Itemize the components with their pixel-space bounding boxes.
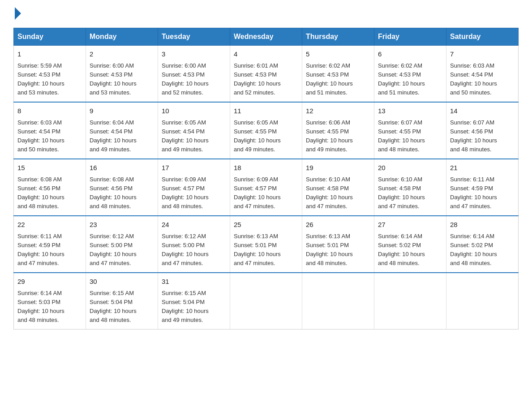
day-info: Sunrise: 6:08 AMSunset: 4:56 PMDaylight:… bbox=[17, 176, 64, 210]
day-number: 13 bbox=[378, 106, 442, 116]
day-info: Sunrise: 6:13 AMSunset: 5:01 PMDaylight:… bbox=[234, 233, 281, 266]
column-header-thursday: Thursday bbox=[302, 28, 374, 46]
day-number: 1 bbox=[17, 49, 82, 60]
day-number: 2 bbox=[90, 49, 154, 60]
day-info: Sunrise: 6:14 AMSunset: 5:02 PMDaylight:… bbox=[450, 233, 497, 266]
calendar-cell: 22Sunrise: 6:11 AMSunset: 4:59 PMDayligh… bbox=[14, 216, 86, 273]
day-number: 11 bbox=[234, 106, 298, 116]
calendar-cell bbox=[446, 273, 519, 330]
day-info: Sunrise: 5:59 AMSunset: 4:53 PMDaylight:… bbox=[17, 62, 64, 96]
day-number: 10 bbox=[162, 106, 226, 116]
column-header-tuesday: Tuesday bbox=[158, 28, 230, 46]
day-info: Sunrise: 6:03 AMSunset: 4:54 PMDaylight:… bbox=[450, 62, 497, 96]
day-number: 17 bbox=[162, 163, 226, 173]
day-info: Sunrise: 6:02 AMSunset: 4:53 PMDaylight:… bbox=[378, 62, 425, 96]
calendar-week-row: 29Sunrise: 6:14 AMSunset: 5:03 PMDayligh… bbox=[14, 273, 519, 330]
calendar-cell: 30Sunrise: 6:15 AMSunset: 5:04 PMDayligh… bbox=[86, 273, 158, 330]
day-number: 7 bbox=[450, 49, 515, 60]
day-number: 4 bbox=[234, 49, 298, 60]
day-info: Sunrise: 6:09 AMSunset: 4:57 PMDaylight:… bbox=[162, 176, 209, 210]
day-info: Sunrise: 6:00 AMSunset: 4:53 PMDaylight:… bbox=[162, 62, 209, 96]
calendar-cell: 27Sunrise: 6:14 AMSunset: 5:02 PMDayligh… bbox=[374, 216, 446, 273]
day-info: Sunrise: 6:14 AMSunset: 5:03 PMDaylight:… bbox=[17, 290, 64, 323]
day-number: 14 bbox=[450, 106, 515, 116]
calendar-cell: 16Sunrise: 6:08 AMSunset: 4:56 PMDayligh… bbox=[86, 159, 158, 216]
calendar-cell: 4Sunrise: 6:01 AMSunset: 4:53 PMDaylight… bbox=[230, 46, 302, 103]
day-info: Sunrise: 6:10 AMSunset: 4:58 PMDaylight:… bbox=[306, 176, 353, 210]
calendar-cell bbox=[302, 273, 374, 330]
day-info: Sunrise: 6:06 AMSunset: 4:55 PMDaylight:… bbox=[306, 119, 353, 153]
day-number: 6 bbox=[378, 49, 442, 60]
calendar-header-row: SundayMondayTuesdayWednesdayThursdayFrid… bbox=[14, 28, 519, 46]
day-info: Sunrise: 6:05 AMSunset: 4:54 PMDaylight:… bbox=[162, 119, 209, 153]
calendar-cell bbox=[374, 273, 446, 330]
day-number: 3 bbox=[162, 49, 226, 60]
calendar-cell: 3Sunrise: 6:00 AMSunset: 4:53 PMDaylight… bbox=[158, 46, 230, 103]
day-info: Sunrise: 6:11 AMSunset: 4:59 PMDaylight:… bbox=[450, 176, 497, 210]
day-info: Sunrise: 6:07 AMSunset: 4:56 PMDaylight:… bbox=[450, 119, 497, 153]
calendar-cell bbox=[230, 273, 302, 330]
calendar-cell: 5Sunrise: 6:02 AMSunset: 4:53 PMDaylight… bbox=[302, 46, 374, 103]
day-number: 22 bbox=[17, 220, 82, 230]
calendar-cell: 28Sunrise: 6:14 AMSunset: 5:02 PMDayligh… bbox=[446, 216, 519, 273]
day-info: Sunrise: 6:04 AMSunset: 4:54 PMDaylight:… bbox=[90, 119, 137, 153]
calendar-cell: 9Sunrise: 6:04 AMSunset: 4:54 PMDaylight… bbox=[86, 102, 158, 159]
day-info: Sunrise: 6:01 AMSunset: 4:53 PMDaylight:… bbox=[234, 62, 281, 96]
calendar-week-row: 8Sunrise: 6:03 AMSunset: 4:54 PMDaylight… bbox=[14, 102, 519, 159]
calendar-cell: 23Sunrise: 6:12 AMSunset: 5:00 PMDayligh… bbox=[86, 216, 158, 273]
day-info: Sunrise: 6:11 AMSunset: 4:59 PMDaylight:… bbox=[17, 233, 64, 266]
day-info: Sunrise: 6:12 AMSunset: 5:00 PMDaylight:… bbox=[90, 233, 137, 266]
calendar-cell: 29Sunrise: 6:14 AMSunset: 5:03 PMDayligh… bbox=[14, 273, 86, 330]
day-number: 12 bbox=[306, 106, 370, 116]
day-info: Sunrise: 6:05 AMSunset: 4:55 PMDaylight:… bbox=[234, 119, 281, 153]
calendar-cell: 21Sunrise: 6:11 AMSunset: 4:59 PMDayligh… bbox=[446, 159, 519, 216]
day-number: 24 bbox=[162, 220, 226, 230]
day-number: 21 bbox=[450, 163, 515, 173]
day-number: 30 bbox=[90, 277, 154, 287]
calendar-table: SundayMondayTuesdayWednesdayThursdayFrid… bbox=[13, 28, 519, 330]
calendar-cell: 26Sunrise: 6:13 AMSunset: 5:01 PMDayligh… bbox=[302, 216, 374, 273]
column-header-saturday: Saturday bbox=[446, 28, 519, 46]
day-number: 29 bbox=[17, 277, 82, 287]
day-info: Sunrise: 6:14 AMSunset: 5:02 PMDaylight:… bbox=[378, 233, 425, 266]
logo-triangle-icon bbox=[15, 7, 21, 20]
day-number: 25 bbox=[234, 220, 298, 230]
column-header-wednesday: Wednesday bbox=[230, 28, 302, 46]
day-info: Sunrise: 6:07 AMSunset: 4:55 PMDaylight:… bbox=[378, 119, 425, 153]
day-number: 18 bbox=[234, 163, 298, 173]
calendar-cell: 2Sunrise: 6:00 AMSunset: 4:53 PMDaylight… bbox=[86, 46, 158, 103]
column-header-monday: Monday bbox=[86, 28, 158, 46]
day-info: Sunrise: 6:00 AMSunset: 4:53 PMDaylight:… bbox=[90, 62, 137, 96]
day-number: 26 bbox=[306, 220, 370, 230]
calendar-week-row: 22Sunrise: 6:11 AMSunset: 4:59 PMDayligh… bbox=[14, 216, 519, 273]
calendar-cell: 10Sunrise: 6:05 AMSunset: 4:54 PMDayligh… bbox=[158, 102, 230, 159]
page-header bbox=[13, 9, 519, 20]
calendar-cell: 24Sunrise: 6:12 AMSunset: 5:00 PMDayligh… bbox=[158, 216, 230, 273]
calendar-cell: 20Sunrise: 6:10 AMSunset: 4:58 PMDayligh… bbox=[374, 159, 446, 216]
calendar-cell: 18Sunrise: 6:09 AMSunset: 4:57 PMDayligh… bbox=[230, 159, 302, 216]
calendar-cell: 8Sunrise: 6:03 AMSunset: 4:54 PMDaylight… bbox=[14, 102, 86, 159]
logo bbox=[13, 9, 21, 20]
calendar-cell: 7Sunrise: 6:03 AMSunset: 4:54 PMDaylight… bbox=[446, 46, 519, 103]
calendar-cell: 31Sunrise: 6:15 AMSunset: 5:04 PMDayligh… bbox=[158, 273, 230, 330]
calendar-cell: 12Sunrise: 6:06 AMSunset: 4:55 PMDayligh… bbox=[302, 102, 374, 159]
day-number: 28 bbox=[450, 220, 515, 230]
day-number: 15 bbox=[17, 163, 82, 173]
calendar-cell: 1Sunrise: 5:59 AMSunset: 4:53 PMDaylight… bbox=[14, 46, 86, 103]
day-info: Sunrise: 6:09 AMSunset: 4:57 PMDaylight:… bbox=[234, 176, 281, 210]
calendar-cell: 17Sunrise: 6:09 AMSunset: 4:57 PMDayligh… bbox=[158, 159, 230, 216]
calendar-cell: 15Sunrise: 6:08 AMSunset: 4:56 PMDayligh… bbox=[14, 159, 86, 216]
day-info: Sunrise: 6:13 AMSunset: 5:01 PMDaylight:… bbox=[306, 233, 353, 266]
calendar-cell: 14Sunrise: 6:07 AMSunset: 4:56 PMDayligh… bbox=[446, 102, 519, 159]
day-info: Sunrise: 6:15 AMSunset: 5:04 PMDaylight:… bbox=[90, 290, 137, 323]
calendar-week-row: 15Sunrise: 6:08 AMSunset: 4:56 PMDayligh… bbox=[14, 159, 519, 216]
calendar-cell: 11Sunrise: 6:05 AMSunset: 4:55 PMDayligh… bbox=[230, 102, 302, 159]
day-number: 27 bbox=[378, 220, 442, 230]
calendar-cell: 13Sunrise: 6:07 AMSunset: 4:55 PMDayligh… bbox=[374, 102, 446, 159]
day-info: Sunrise: 6:02 AMSunset: 4:53 PMDaylight:… bbox=[306, 62, 353, 96]
day-number: 8 bbox=[17, 106, 82, 116]
day-number: 23 bbox=[90, 220, 154, 230]
calendar-cell: 6Sunrise: 6:02 AMSunset: 4:53 PMDaylight… bbox=[374, 46, 446, 103]
day-number: 20 bbox=[378, 163, 442, 173]
day-info: Sunrise: 6:12 AMSunset: 5:00 PMDaylight:… bbox=[162, 233, 209, 266]
